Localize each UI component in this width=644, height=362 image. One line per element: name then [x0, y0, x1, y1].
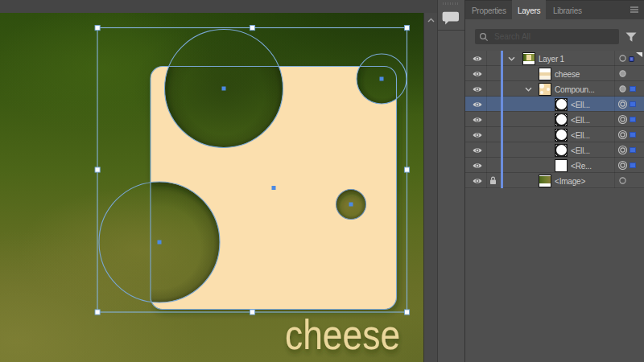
svg-text:cheese: cheese — [285, 312, 400, 358]
